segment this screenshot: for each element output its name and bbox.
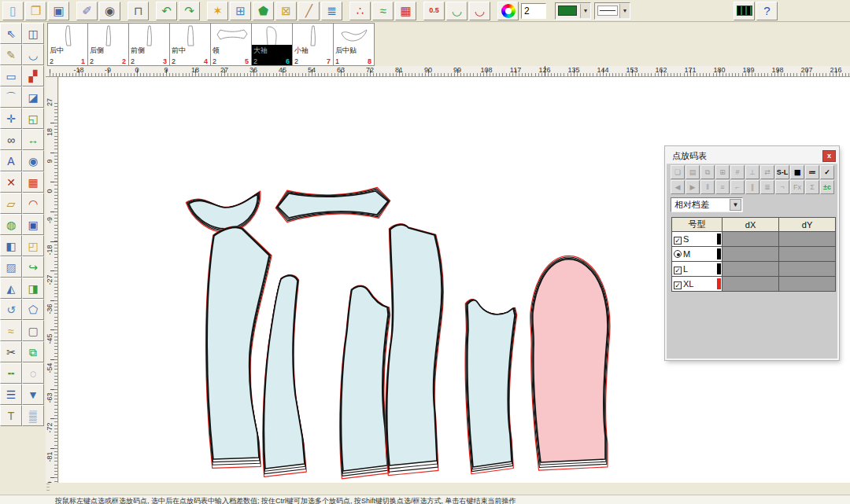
brush-button[interactable]: ╱	[298, 2, 320, 20]
split-piece-tool-button[interactable]: ◧	[0, 235, 22, 256]
color-wheel-button[interactable]	[497, 2, 519, 20]
size-cell-L[interactable]: ✓L	[672, 262, 722, 277]
dx-cell[interactable]	[722, 247, 779, 262]
piece-thumbnail-3[interactable]: 前侧23	[129, 23, 170, 66]
color-grade-button[interactable]: ±c	[820, 180, 834, 194]
sl-toggle-button[interactable]: S-L	[775, 165, 789, 179]
pattern-piece-front-side[interactable]	[342, 286, 388, 471]
piece-thumbnail-6[interactable]: 大袖26	[252, 23, 293, 66]
seam-allowance-tool-button[interactable]: ▞	[22, 65, 44, 86]
checkbox-checked-icon[interactable]: ✓	[674, 237, 682, 245]
spiral-tool-button[interactable]: ↺	[0, 299, 22, 320]
dy-cell[interactable]	[779, 247, 836, 262]
pocket-tool-button[interactable]: ◡	[22, 44, 44, 65]
dy-cell[interactable]	[779, 232, 836, 247]
pleat-tool-button[interactable]: ☰	[0, 384, 22, 405]
dropdown-arrow-icon[interactable]: ▾	[619, 4, 630, 18]
pencil-tool-button[interactable]: ✎	[0, 44, 22, 65]
checkbox-checked-icon[interactable]: ✓	[674, 267, 682, 274]
seam-curve2-button[interactable]: ◡	[469, 2, 490, 20]
move-half-button[interactable]: 0.5	[423, 2, 445, 20]
dy-cell[interactable]	[779, 262, 836, 277]
pattern-piece-front-center[interactable]	[387, 225, 442, 465]
radio-selected-icon[interactable]	[674, 250, 682, 258]
line-width-input-field[interactable]	[521, 3, 546, 19]
plotter-button[interactable]: ⊓	[128, 2, 149, 20]
dropdown-arrow-icon[interactable]: ▼	[730, 199, 741, 211]
piece-thumbnail-5[interactable]: 领25	[211, 23, 252, 66]
panel-title-bar[interactable]: 点放码表 x	[667, 148, 837, 164]
camera-button[interactable]: ◉	[99, 2, 120, 20]
size-cell-XL[interactable]: ✓XL	[672, 277, 722, 292]
line-style-select[interactable]: ▾	[594, 2, 630, 20]
curve-piece-tool-button[interactable]: ◠	[22, 193, 44, 214]
pattern-piece-back-center[interactable]	[207, 227, 269, 459]
grid-chart-button[interactable]: ▦	[395, 2, 416, 20]
piece-thumbnail-8[interactable]: 后中贴18	[334, 23, 375, 66]
line-color-select[interactable]: ▾	[555, 2, 591, 20]
eraser-tool-button[interactable]: ▱	[0, 193, 22, 214]
wave-tool-button[interactable]: ≈	[0, 320, 22, 341]
dropdown-arrow-icon[interactable]: ▾	[580, 4, 590, 18]
piece-thumbnail-1[interactable]: 后中21	[47, 23, 88, 66]
new-file-button[interactable]: ▯	[2, 2, 24, 20]
dart-tool-button[interactable]: ▼	[22, 384, 44, 405]
compare-pieces-tool-button[interactable]: ◨	[22, 278, 44, 299]
annotate-tool-button[interactable]: ◱	[22, 108, 44, 129]
sewing-machine-tool-button[interactable]: ▣	[22, 214, 44, 235]
dx-cell[interactable]	[722, 232, 779, 247]
spray-tool-button[interactable]: ✐	[76, 2, 98, 20]
grid-piece-tool-button[interactable]: ▦	[22, 171, 44, 193]
panel-close-button[interactable]: x	[822, 150, 836, 162]
bag-tool-button[interactable]: ◍	[0, 214, 22, 235]
overlap-pieces-tool-button[interactable]: ⧉	[22, 341, 44, 362]
piece-thumbnail-7[interactable]: 小袖27	[293, 23, 334, 66]
measure-line-button[interactable]: ✶	[207, 2, 228, 20]
rounded-rect-tool-button[interactable]: ▢	[22, 320, 44, 341]
flip-tool-button[interactable]: ↪	[22, 256, 44, 278]
help-button[interactable]: ?	[756, 2, 778, 20]
pattern-piece-tool-button[interactable]: ◪	[22, 86, 44, 108]
measure-tool-button[interactable]: ↔	[22, 129, 44, 150]
check-view-button[interactable]: ✓	[820, 165, 834, 179]
button-tool-button[interactable]: ◉	[22, 150, 44, 171]
dx-cell[interactable]	[722, 277, 779, 292]
dy-cell[interactable]	[779, 277, 836, 292]
pattern-piece-back-side[interactable]	[264, 276, 305, 469]
size-cell-M[interactable]: M	[672, 247, 722, 262]
size-cell-S[interactable]: ✓S	[672, 232, 722, 247]
curve-tool-button[interactable]: ⌒	[0, 86, 22, 108]
piece-measure-tool-button[interactable]: ◰	[22, 235, 44, 256]
pattern-piece-big-sleeve-selected[interactable]	[533, 259, 608, 462]
grade-mode-select[interactable]: 相对档差 ▼	[671, 197, 743, 212]
checkbox-checked-icon[interactable]: ✓	[674, 281, 682, 289]
chain-tool-button[interactable]: ∞	[0, 129, 22, 150]
film-button[interactable]	[734, 2, 755, 20]
send-plot-button[interactable]: ≣	[321, 2, 342, 20]
scissors-tool-button[interactable]: ✂	[0, 341, 22, 362]
marquee-select-tool-button[interactable]: ◫	[22, 23, 44, 44]
piece-thumbnail-4[interactable]: 前中24	[170, 23, 211, 66]
point-adjust-tool-button[interactable]: ✛	[0, 108, 22, 129]
save-button[interactable]: ▣	[48, 2, 69, 20]
dotted-piece-tool-button[interactable]: ◌	[22, 362, 44, 384]
undo-button[interactable]: ↶	[156, 2, 177, 20]
line-width-input[interactable]	[521, 3, 546, 19]
text-tool-button[interactable]: A	[0, 150, 22, 171]
rectangle-tool-button[interactable]: ▭	[0, 65, 22, 86]
t-square-tool-button[interactable]: T	[0, 405, 22, 426]
point-plan-tool-button[interactable]: ⬠	[22, 299, 44, 320]
redo-button[interactable]: ↷	[179, 2, 200, 20]
frill-tool-button[interactable]: ▒	[22, 405, 44, 426]
line-chart-button[interactable]: ≈	[372, 2, 394, 20]
list-view-button[interactable]: ≔	[805, 165, 819, 179]
seam-curve-button[interactable]: ◡	[446, 2, 468, 20]
lock-button[interactable]: ⊠	[275, 2, 297, 20]
table-view-button[interactable]: ▦	[790, 165, 804, 179]
select-tool-button[interactable]: ⇖	[0, 23, 22, 44]
skirt-tool-button[interactable]: ◭	[0, 278, 22, 299]
point-grading-panel[interactable]: 点放码表 x ❏▤⧉⊞#⊥⇄S-L▦≔✓ ◀▶‖≡⌐∥≣¬FxΣ±c 相对档差 …	[665, 146, 839, 360]
piece-thumbnail-2[interactable]: 后侧22	[88, 23, 129, 66]
dot-chart-button[interactable]: ∴	[349, 2, 371, 20]
open-file-button[interactable]: ❐	[25, 2, 46, 20]
